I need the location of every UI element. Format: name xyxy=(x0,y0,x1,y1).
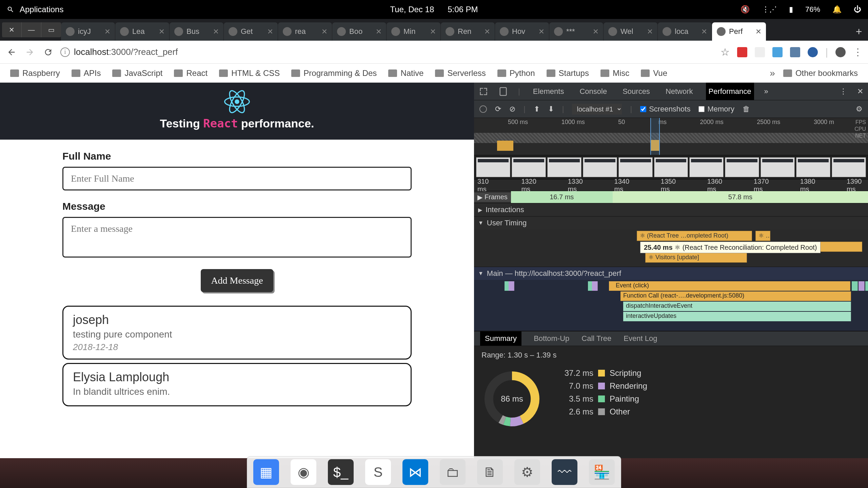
dock-notes-icon[interactable]: 🗎 xyxy=(477,459,503,485)
dock-slack-icon[interactable]: S xyxy=(365,459,391,485)
flame-bar[interactable]: Function Call (react-….development.js:50… xyxy=(620,291,851,301)
record-button[interactable] xyxy=(479,105,487,113)
devtools-tab[interactable]: Network xyxy=(663,83,696,100)
memory-checkbox[interactable]: Memory xyxy=(698,105,734,114)
reload-button[interactable] xyxy=(42,46,54,58)
close-tab-icon[interactable]: × xyxy=(159,27,164,36)
bookmark-item[interactable]: APIs xyxy=(68,68,104,78)
summary-tab[interactable]: Call Tree xyxy=(581,334,611,343)
inspect-icon[interactable] xyxy=(479,87,488,96)
extension-icon[interactable] xyxy=(737,47,747,57)
close-tab-icon[interactable]: × xyxy=(430,27,436,36)
close-tab-icon[interactable]: × xyxy=(539,27,544,36)
browser-tab[interactable]: icyJ× xyxy=(61,22,115,41)
bookmarks-overflow[interactable]: » xyxy=(770,68,775,79)
user-timing-area[interactable]: 25.40 ms ⚛ (React Tree Reconciliation: C… xyxy=(474,229,868,267)
frame-segment[interactable]: 57.8 ms xyxy=(613,191,868,203)
devtools-tab[interactable]: Elements xyxy=(530,83,567,100)
devtools-tab[interactable]: Sources xyxy=(620,83,653,100)
trash-icon[interactable]: 🗑 xyxy=(743,105,750,114)
timing-bar[interactable]: ⚛ Visitors [update] xyxy=(645,252,747,263)
bookmark-item[interactable]: Vue xyxy=(637,68,671,78)
flame-bar[interactable] xyxy=(852,281,858,291)
flame-bar[interactable]: dispatchInteractiveEvent xyxy=(623,302,851,311)
browser-tab[interactable]: Ren× xyxy=(441,22,495,41)
summary-tab[interactable]: Summary xyxy=(480,331,521,346)
flame-bar[interactable] xyxy=(509,281,514,291)
flame-bar[interactable] xyxy=(592,281,598,291)
devtools-more-tabs[interactable]: » xyxy=(764,87,768,96)
dock-terminal-icon[interactable]: $_ xyxy=(328,459,354,485)
browser-tab[interactable]: Get× xyxy=(224,22,278,41)
dock-vscode-icon[interactable]: ⋈ xyxy=(402,459,428,485)
device-icon[interactable] xyxy=(498,87,508,96)
dock-settings-icon[interactable]: ⚙ xyxy=(514,459,540,485)
site-info-icon[interactable]: i xyxy=(60,47,70,57)
power-icon[interactable]: ⏻ xyxy=(854,5,861,14)
browser-tab[interactable]: loca× xyxy=(658,22,712,41)
frame-segment[interactable]: 16.7 ms xyxy=(511,191,613,203)
window-maximize[interactable]: ▭ xyxy=(41,22,61,37)
profile-avatar[interactable] xyxy=(835,47,846,57)
screenshots-filmstrip[interactable] xyxy=(474,155,868,180)
flame-chart[interactable]: Event (click)Function Call (react-….deve… xyxy=(474,280,868,331)
browser-tab[interactable]: ***× xyxy=(549,22,604,41)
bookmark-item[interactable]: Raspberry xyxy=(7,68,63,78)
user-timing-track[interactable]: ▼User Timing xyxy=(474,217,868,229)
extension-icon[interactable] xyxy=(808,47,818,57)
interactions-track[interactable]: ▶Interactions xyxy=(474,203,868,216)
browser-tab[interactable]: Lea× xyxy=(115,22,170,41)
clear-button[interactable]: ⊘ xyxy=(509,105,515,114)
extension-icon[interactable] xyxy=(790,47,800,57)
bookmark-item[interactable]: Python xyxy=(494,68,538,78)
dock-files-icon[interactable]: 🗀 xyxy=(440,459,466,485)
devtools-close-icon[interactable]: ✕ xyxy=(857,87,863,96)
flame-bar[interactable]: interactiveUpdates xyxy=(623,312,851,321)
message-input[interactable] xyxy=(62,217,412,258)
browser-tab[interactable]: rea× xyxy=(278,22,332,41)
settings-gear-icon[interactable]: ⚙ xyxy=(856,105,863,114)
bookmark-item[interactable]: Programming & Des xyxy=(288,68,380,78)
frames-track[interactable]: ▶ Frames 16.7 ms 57.8 ms xyxy=(474,191,868,203)
dock-store-icon[interactable]: 🏪 xyxy=(589,459,615,485)
close-tab-icon[interactable]: × xyxy=(213,27,219,36)
new-tab-button[interactable]: + xyxy=(850,22,868,41)
browser-tab[interactable]: Bus× xyxy=(170,22,224,41)
bookmark-item[interactable]: Startups xyxy=(543,68,592,78)
save-profile-icon[interactable]: ⬇ xyxy=(548,105,554,114)
full-name-input[interactable] xyxy=(62,167,412,190)
close-tab-icon[interactable]: × xyxy=(322,27,327,36)
close-tab-icon[interactable]: × xyxy=(702,27,707,36)
close-tab-icon[interactable]: × xyxy=(268,27,273,36)
close-tab-icon[interactable]: × xyxy=(756,27,761,36)
volume-mute-icon[interactable]: 🔇 xyxy=(741,5,750,14)
timing-bar[interactable]: ⚛ …) xyxy=(755,231,770,241)
extension-icon[interactable] xyxy=(755,47,765,57)
devtools-tab[interactable]: Console xyxy=(577,83,610,100)
bookmark-item[interactable]: Misc xyxy=(597,68,633,78)
browser-tab[interactable]: Perf× xyxy=(712,22,766,41)
browser-tab[interactable]: Hov× xyxy=(495,22,549,41)
wifi-icon[interactable]: ⋮⋰ xyxy=(762,5,777,14)
flame-bar[interactable] xyxy=(865,281,868,291)
close-tab-icon[interactable]: × xyxy=(105,27,110,36)
devtools-menu-icon[interactable]: ⋮ xyxy=(840,87,847,96)
perf-overview[interactable]: 500 ms1000 ms50ms2000 ms2500 ms3000 m FP… xyxy=(474,118,868,155)
browser-menu-icon[interactable]: ⋮ xyxy=(853,46,863,58)
flame-bar[interactable]: Event (click) xyxy=(613,281,850,291)
browser-tab[interactable]: Boo× xyxy=(332,22,387,41)
other-bookmarks[interactable]: Other bookmarks xyxy=(780,68,861,78)
close-tab-icon[interactable]: × xyxy=(485,27,490,36)
bookmark-item[interactable]: Serverless xyxy=(432,68,489,78)
close-tab-icon[interactable]: × xyxy=(593,27,598,36)
timing-bar[interactable]: ⚛ (React Tree …ompleted Root) xyxy=(637,231,752,241)
reload-record-button[interactable]: ⟳ xyxy=(495,105,501,114)
url-field[interactable]: i localhost:3000/?react_perf xyxy=(60,47,714,57)
dock-chrome-icon[interactable]: ◉ xyxy=(291,459,316,485)
load-profile-icon[interactable]: ⬆ xyxy=(534,105,540,114)
target-select[interactable]: localhost #1 xyxy=(572,104,622,115)
bookmark-item[interactable]: React xyxy=(171,68,211,78)
browser-tab[interactable]: Min× xyxy=(387,22,441,41)
screenshots-checkbox[interactable]: Screenshots xyxy=(640,105,690,114)
bookmark-star-icon[interactable]: ☆ xyxy=(721,46,730,58)
